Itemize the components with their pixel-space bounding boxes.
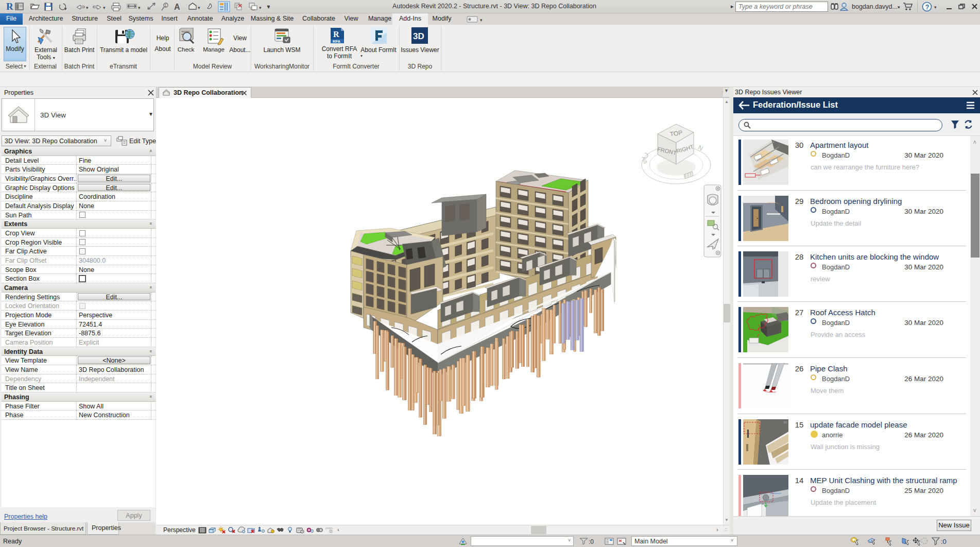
svg-text:▾: ▾ <box>934 5 937 10</box>
svg-text:1: 1 <box>165 4 167 7</box>
svg-text:▾: ▾ <box>138 5 141 10</box>
svg-text::0: :0 <box>941 538 947 545</box>
svg-text:▾: ▾ <box>64 6 67 11</box>
svg-text:▾: ▾ <box>480 18 483 23</box>
svg-text:▾: ▾ <box>86 5 89 10</box>
svg-text:▾: ▾ <box>198 5 200 10</box>
svg-text:RFA: RFA <box>333 39 341 44</box>
svg-text:▼: ▼ <box>266 4 270 10</box>
svg-text:3D: 3D <box>783 421 787 424</box>
svg-text:▾: ▾ <box>103 5 106 10</box>
svg-text:3D: 3D <box>413 31 424 41</box>
svg-text:▾: ▾ <box>259 5 262 10</box>
svg-text:A: A <box>174 3 180 11</box>
svg-text:R: R <box>333 30 339 39</box>
svg-text:?: ? <box>925 3 930 11</box>
svg-text::0: :0 <box>589 538 594 545</box>
svg-text:R: R <box>6 1 13 12</box>
svg-text:N: N <box>697 144 704 152</box>
